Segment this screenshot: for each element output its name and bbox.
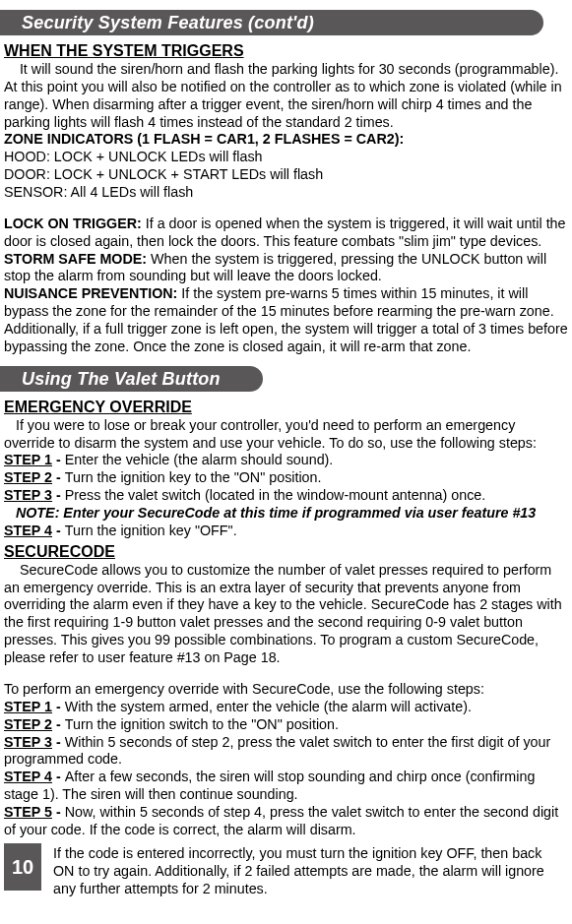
section-header-2: Using The Valet Button: [0, 366, 263, 392]
sc-step4: STEP 4 - After a few seconds, the siren …: [4, 769, 568, 804]
sc-p1: SecureCode allows you to customize the n…: [4, 562, 568, 667]
trigger-p1: It will sound the siren/horn and flash t…: [4, 61, 568, 131]
lock-on-trigger: LOCK ON TRIGGER: If a door is opened whe…: [4, 216, 568, 251]
sc-heading: SECURECODE: [4, 542, 568, 562]
override-step2: STEP 2 - Turn the ignition key to the "O…: [4, 469, 568, 487]
footer-note: If the code is entered incorrectly, you …: [53, 845, 572, 898]
override-heading: EMERGENCY OVERRIDE: [4, 398, 568, 417]
zone-label: ZONE INDICATORS (1 FLASH = CAR1, 2 FLASH…: [4, 131, 568, 149]
trigger-heading: WHEN THE SYSTEM TRIGGERS: [4, 41, 568, 61]
override-note: NOTE: Enter your SecureCode at this time…: [4, 505, 568, 523]
section-header-2-title: Using The Valet Button: [22, 368, 221, 391]
page-number: 10: [4, 843, 41, 891]
ss-label: STORM SAFE MODE:: [4, 251, 151, 267]
override-step3: STEP 3 - Press the valet switch (located…: [4, 487, 568, 505]
override-intro: If you were to lose or break your contro…: [4, 417, 568, 453]
lot-label: LOCK ON TRIGGER:: [4, 216, 146, 231]
content-block-2: EMERGENCY OVERRIDE If you were to lose o…: [0, 398, 572, 839]
content-block-1: WHEN THE SYSTEM TRIGGERS It will sound t…: [0, 41, 572, 356]
zone-sensor: SENSOR: All 4 LEDs will flash: [4, 184, 568, 202]
np-label: NUISANCE PREVENTION:: [4, 285, 181, 301]
override-step1: STEP 1 - Enter the vehicle (the alarm sh…: [4, 452, 568, 469]
section-header: Security System Features (cont'd): [0, 10, 543, 35]
sc-intro2: To perform an emergency override with Se…: [4, 681, 568, 699]
sc-step3: STEP 3 - Within 5 seconds of step 2, pre…: [4, 734, 568, 770]
zone-door: DOOR: LOCK + UNLOCK + START LEDs will fl…: [4, 166, 568, 184]
override-step4: STEP 4 - Turn the ignition key "OFF".: [4, 523, 568, 540]
sc-step5: STEP 5 - Now, within 5 seconds of step 4…: [4, 804, 568, 839]
sc-step2: STEP 2 - Turn the ignition switch to the…: [4, 716, 568, 734]
nuisance-prev: NUISANCE PREVENTION: If the system pre-w…: [4, 285, 568, 355]
footer-row: 10 If the code is entered incorrectly, y…: [4, 845, 572, 898]
section-header-title: Security System Features (cont'd): [22, 12, 314, 34]
zone-hood: HOOD: LOCK + UNLOCK LEDs will flash: [4, 149, 568, 166]
storm-safe: STORM SAFE MODE: When the system is trig…: [4, 251, 568, 286]
sc-step1: STEP 1 - With the system armed, enter th…: [4, 699, 568, 716]
